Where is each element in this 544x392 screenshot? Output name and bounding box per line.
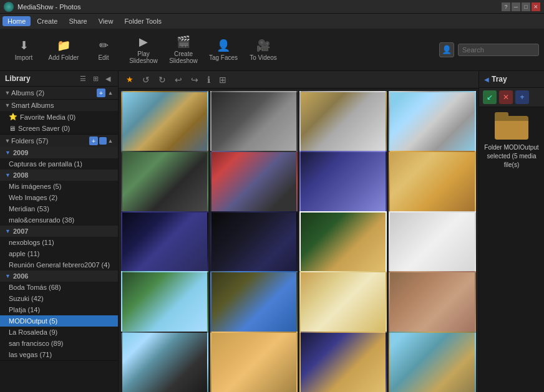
folders-scroll-up[interactable]: ▲: [107, 137, 114, 145]
edit-button[interactable]: ✏ Edit: [85, 32, 122, 67]
menu-share[interactable]: Share: [64, 16, 92, 26]
photo-thumb[interactable]: [389, 332, 476, 392]
search-input[interactable]: [458, 44, 539, 56]
sidebar-item-meridian[interactable]: Meridian (53): [0, 203, 118, 214]
photo-thumb[interactable]: [299, 332, 387, 392]
play-slideshow-button[interactable]: ▶ Play Slideshow: [125, 32, 162, 67]
year-2007: ▼ 2007: [0, 226, 118, 237]
toolbar-right: 👤: [439, 42, 539, 57]
photo-grid: [119, 88, 478, 392]
photo-thumb[interactable]: [210, 91, 298, 156]
rotate-right-button[interactable]: ↻: [156, 74, 168, 86]
star-icon: ⭐: [9, 113, 17, 121]
tray-red-button[interactable]: ✕: [499, 90, 513, 104]
sidebar-item-reunion[interactable]: Reunión General febrero2007 (4): [0, 259, 118, 270]
add-folder-button[interactable]: 📁 Add Folder: [45, 32, 82, 67]
sidebar-item-las-vegas[interactable]: las vegas (71): [0, 349, 118, 360]
sidebar-item-screen-saver[interactable]: 🖥 Screen Saver (0): [0, 123, 118, 134]
photo-thumb[interactable]: [210, 332, 298, 392]
sidebar-item-malo[interactable]: malo&censurado (38): [0, 214, 118, 226]
sidebar-item-suzuki[interactable]: Suzuki (42): [0, 293, 118, 304]
sidebar-grid-view[interactable]: ⊞: [90, 74, 100, 84]
restore-button[interactable]: □: [522, 2, 530, 11]
menu-view[interactable]: View: [94, 16, 119, 26]
year-2008-arrow: ▼: [5, 172, 11, 178]
photo-thumb[interactable]: [121, 151, 208, 216]
sidebar-collapse[interactable]: ◀: [103, 74, 113, 84]
photo-thumb[interactable]: [299, 91, 387, 156]
sidebar-item-boda-tomas[interactable]: Boda Tomás (68): [0, 282, 118, 293]
folders-header[interactable]: ▼ Folders (57) + ▲: [0, 135, 118, 147]
sidebar-item-web-images[interactable]: Web Images (2): [0, 192, 118, 203]
photo-thumb[interactable]: [299, 151, 387, 216]
menu-bar: Home Create Share View Folder Tools: [0, 14, 544, 29]
photo-thumb[interactable]: [389, 91, 476, 156]
sidebar-item-platja[interactable]: Platja (14): [0, 304, 118, 315]
albums-add-button[interactable]: +: [97, 88, 105, 97]
undo-button[interactable]: ↩: [172, 74, 185, 86]
photo-thumb[interactable]: [210, 211, 298, 277]
screen-saver-label: Screen Saver (0): [18, 125, 70, 132]
nexoblogs-label: nexoblogs (11): [9, 239, 54, 246]
favorite-media-label: Favorite Media (0): [20, 113, 75, 121]
grid-button[interactable]: ⊞: [216, 74, 229, 86]
folders-add-button[interactable]: +: [89, 136, 98, 145]
photo-thumb[interactable]: [210, 151, 298, 216]
redo-button[interactable]: ↪: [188, 74, 201, 86]
photo-thumb[interactable]: [121, 91, 208, 156]
create-slideshow-button[interactable]: 🎬 Create Slideshow: [165, 32, 202, 67]
photo-thumb[interactable]: [299, 271, 387, 337]
menu-create[interactable]: Create: [32, 16, 62, 26]
photo-thumb[interactable]: [389, 271, 476, 337]
photo-thumb[interactable]: [121, 211, 208, 277]
to-videos-label: To Videos: [250, 54, 277, 61]
photo-thumb[interactable]: [299, 211, 387, 277]
menu-folder-tools[interactable]: Folder Tools: [119, 16, 167, 26]
sidebar-list-view[interactable]: ☰: [78, 74, 88, 84]
folders-collapse: ▼: [4, 137, 11, 145]
photo-thumb[interactable]: [389, 211, 476, 277]
web-images-label: Web Images (2): [9, 194, 57, 201]
edit-icon: ✏: [99, 39, 109, 52]
tag-faces-button[interactable]: 👤 Tag Faces: [205, 32, 242, 67]
sidebar-item-modioutput[interactable]: MODIOutput (5): [0, 315, 118, 327]
import-label: Import: [15, 54, 32, 61]
close-button[interactable]: ✕: [532, 2, 540, 11]
minimize-button[interactable]: ─: [512, 2, 520, 11]
sidebar-item-mis-imagenes[interactable]: Mis imágenes (5): [0, 181, 118, 192]
sidebar-item-apple[interactable]: apple (11): [0, 248, 118, 259]
tray: ◀ Tray ↙ ✕ + Folder MODIOutput selected …: [478, 71, 544, 392]
tray-green-button[interactable]: ↙: [483, 90, 497, 104]
tray-blue-button[interactable]: +: [515, 90, 529, 104]
sidebar-item-nexoblogs[interactable]: nexoblogs (11): [0, 237, 118, 248]
tray-description: Folder MODIOutput selected (5 media file…: [484, 143, 539, 170]
photo-thumb[interactable]: [389, 151, 476, 216]
sidebar-item-la-rosaleda[interactable]: La Rosaleda (9): [0, 327, 118, 338]
tray-expand-icon: ◀: [484, 76, 489, 83]
app-icon: [4, 2, 14, 12]
albums-scroll-up[interactable]: ▲: [107, 89, 114, 97]
person-search-button[interactable]: 👤: [439, 42, 454, 57]
tray-header: ◀ Tray: [479, 71, 544, 88]
smart-albums-header[interactable]: ▼ Smart Albums: [0, 100, 118, 111]
sidebar-item-favorite-media[interactable]: ⭐ Favorite Media (0): [0, 111, 118, 123]
import-button[interactable]: ⬇ Import: [5, 32, 42, 67]
help-button[interactable]: ?: [502, 2, 510, 11]
info-button[interactable]: ℹ: [205, 74, 213, 86]
photo-thumb[interactable]: [210, 271, 298, 337]
albums-header[interactable]: ▼ Albums (2) + ▲: [0, 87, 118, 99]
tray-folder-icon: [495, 112, 528, 140]
sidebar: Library ☰ ⊞ ◀ ▼ Albums (2) + ▲ ▼ Smart A…: [0, 71, 119, 392]
sidebar-item-san-francisco[interactable]: san francisco (89): [0, 338, 118, 349]
photo-thumb[interactable]: [121, 271, 208, 337]
sidebar-item-capturas[interactable]: Capturas de pantalla (1): [0, 158, 118, 170]
create-slideshow-label: Create Slideshow: [166, 50, 201, 64]
star-rating-icon[interactable]: ★: [124, 74, 136, 85]
albums-section: ▼ Albums (2) + ▲: [0, 87, 118, 100]
tray-title: Tray: [492, 75, 507, 84]
rotate-left-button[interactable]: ↺: [140, 74, 152, 86]
year-2006-arrow: ▼: [5, 273, 11, 279]
to-videos-button[interactable]: 🎥 To Videos: [245, 32, 282, 67]
photo-thumb[interactable]: [121, 332, 208, 392]
menu-home[interactable]: Home: [2, 16, 31, 26]
